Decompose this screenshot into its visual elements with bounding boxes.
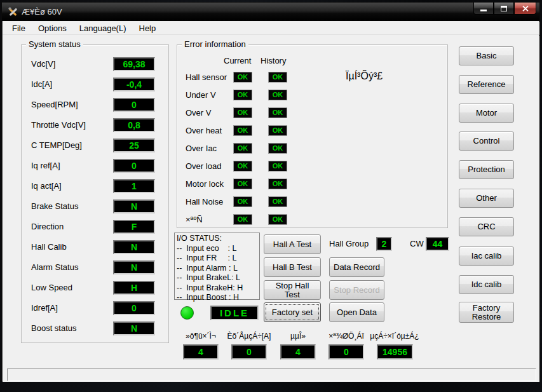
io-status-line: -- Input BrakeL: L	[177, 273, 257, 283]
counter-value: 0	[231, 344, 267, 360]
status-label: Speed[RPM]	[31, 98, 78, 112]
error-history-indicator: OK	[268, 72, 287, 83]
run-state-display: IDLE	[210, 306, 259, 320]
error-history-indicator: OK	[268, 214, 287, 225]
io-status-line: -- Input Alarm : L	[177, 264, 257, 274]
error-history-indicator: OK	[268, 161, 287, 172]
tools-app-icon	[8, 6, 18, 17]
minimize-icon	[480, 10, 487, 11]
status-label: Alarm Status	[31, 260, 78, 274]
column-header-current: Current	[224, 56, 251, 65]
maximize-button[interactable]	[494, 3, 514, 15]
system-message: ÏµÍ³Õý³£	[346, 71, 383, 82]
nav-button-idc-calib[interactable]: Idc calib	[459, 275, 514, 294]
nav-button-control[interactable]: Control	[459, 132, 514, 151]
status-label: Low Speed	[31, 281, 72, 295]
error-current-indicator: OK	[233, 143, 252, 154]
error-current-indicator: OK	[233, 125, 252, 136]
stop-record-button: Stop Record	[329, 280, 384, 300]
app-window: Æ¥Èø 60V File Options Language(L) Help S…	[1, 2, 540, 382]
led-display: N	[113, 260, 155, 274]
menu-bar: File Options Language(L) Help	[3, 22, 539, 35]
error-label: Over V	[186, 107, 211, 118]
error-history-indicator: OK	[268, 196, 287, 207]
io-status-line: -- Input eco : L	[177, 244, 257, 254]
error-history-indicator: OK	[268, 179, 287, 189]
error-information-group: Error information Current History ÏµÍ³Õý…	[177, 44, 448, 228]
led-display: N	[113, 321, 155, 335]
counter-value: 4	[280, 344, 316, 360]
led-display: 0,8	[113, 118, 155, 132]
led-display: 25	[113, 139, 155, 152]
system-status-title: System status	[26, 39, 83, 49]
cw-label: CW	[410, 239, 424, 248]
error-current-indicator: OK	[233, 107, 252, 118]
hall-group-value: 2	[376, 237, 392, 251]
error-history-indicator: OK	[268, 107, 287, 118]
run-state-indicator	[180, 306, 194, 320]
counter-label: µçÁ÷×î´óµ±Á¿	[356, 332, 433, 341]
led-display: 0	[113, 98, 155, 112]
error-label: Over load	[186, 161, 221, 172]
io-status-line: I/O STATUS:	[177, 234, 257, 244]
window-title: Æ¥Èø 60V	[22, 7, 62, 17]
error-label: ×ªºÑ	[186, 214, 203, 225]
status-label: Iq act[A]	[31, 179, 62, 193]
counter-value: 14956	[377, 344, 413, 360]
menu-file[interactable]: File	[6, 22, 32, 34]
io-status-line: -- Input FR : L	[177, 253, 257, 264]
status-label: Direction	[31, 220, 64, 234]
client-area: System status Vdc[V] 69,38 Idc[A] -0,4 S…	[3, 36, 539, 382]
nav-button-iac-calib[interactable]: Iac calib	[459, 247, 514, 266]
led-display: 1	[113, 179, 155, 193]
error-history-indicator: OK	[268, 90, 287, 100]
data-record-button[interactable]: Data Record	[329, 257, 384, 277]
cw-value: 44	[426, 237, 449, 251]
led-display: 0	[113, 159, 155, 173]
factory-set-button[interactable]: Factory set	[264, 302, 321, 322]
error-history-indicator: OK	[268, 125, 287, 136]
error-current-indicator: OK	[233, 90, 252, 100]
stop-hall-test-button[interactable]: Stop Hall Test	[264, 280, 321, 300]
error-current-indicator: OK	[233, 161, 252, 172]
error-label: Hall Noise	[186, 196, 223, 207]
status-label: Idc[A]	[31, 78, 52, 91]
counter-value: 4	[183, 344, 219, 360]
nav-button-crc[interactable]: CRC	[459, 217, 514, 236]
led-display: 0	[113, 301, 155, 315]
menu-options[interactable]: Options	[32, 22, 73, 34]
menu-language[interactable]: Language(L)	[73, 22, 133, 34]
status-label: Boost status	[31, 321, 77, 335]
nav-button-reference[interactable]: Reference	[459, 75, 514, 94]
counter-value: 0	[329, 344, 364, 360]
nav-button-motor[interactable]: Motor	[459, 104, 514, 123]
menu-help[interactable]: Help	[133, 22, 163, 34]
system-status-group: System status Vdc[V] 69,38 Idc[A] -0,4 S…	[21, 44, 169, 343]
nav-button-protection[interactable]: Protection	[459, 160, 514, 179]
close-icon	[522, 5, 529, 12]
hall-a-test-button[interactable]: Hall A Test	[264, 234, 321, 254]
nav-button-basic[interactable]: Basic	[459, 46, 514, 65]
nav-button-factory-restore[interactable]: Factory Restore	[459, 302, 514, 323]
title-bar[interactable]: Æ¥Èø 60V	[2, 3, 539, 21]
led-display: N	[113, 240, 155, 254]
error-current-indicator: OK	[233, 196, 252, 207]
nav-button-other[interactable]: Other	[459, 189, 514, 208]
io-status-line: -- Input Boost : H	[177, 293, 257, 303]
status-label: Brake Status	[31, 199, 78, 213]
column-header-history: History	[261, 56, 286, 65]
status-label: Vdc[V]	[31, 57, 55, 71]
error-label: Hall sensor	[186, 72, 227, 83]
close-button[interactable]	[514, 3, 536, 15]
led-display: 69,38	[113, 57, 155, 71]
minimize-button[interactable]	[473, 3, 494, 15]
error-history-indicator: OK	[268, 143, 287, 154]
status-label: Idref[A]	[31, 301, 58, 315]
error-current-indicator: OK	[233, 179, 252, 189]
error-current-indicator: OK	[233, 72, 252, 83]
led-display: F	[113, 220, 155, 234]
open-data-button[interactable]: Open Data	[329, 302, 384, 322]
status-label: Hall Calib	[31, 240, 67, 254]
hall-b-test-button[interactable]: Hall B Test	[264, 257, 321, 277]
error-label: Over heat	[186, 125, 222, 136]
